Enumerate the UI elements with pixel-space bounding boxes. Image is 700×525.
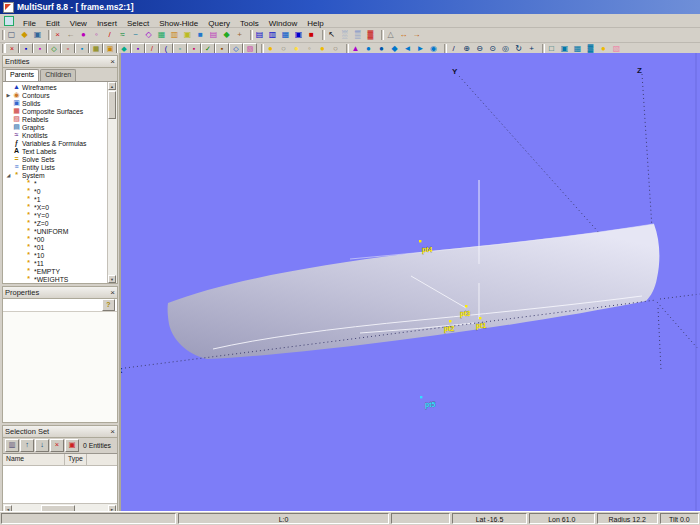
document-window-icon[interactable] [4, 16, 14, 26]
create-snake-button[interactable]: ~ [129, 29, 142, 41]
new-window-button[interactable]: ▣ [292, 29, 305, 41]
tree-item--weights[interactable]: **WEIGHTS [17, 275, 108, 283]
column-header-type[interactable]: Type [65, 454, 87, 465]
properties-help-button[interactable]: ? [102, 299, 115, 311]
tree-item--z-0[interactable]: **Z=0 [17, 219, 108, 227]
scroll-down-icon[interactable]: ▼ [108, 275, 116, 283]
column-settings-button[interactable]: ▥ [5, 439, 19, 452]
create-line-button[interactable]: / [103, 29, 116, 41]
menu-edit[interactable]: Edit [41, 19, 65, 28]
tree-item-wireframes[interactable]: ▲Wireframes [5, 83, 108, 91]
tile-horizontal-button[interactable]: ▤ [253, 29, 266, 41]
tile-vertical-button[interactable]: ▥ [266, 29, 279, 41]
tree-item--x-0[interactable]: **X=0 [17, 203, 108, 211]
point-marker-pt3[interactable] [465, 305, 467, 307]
deselect-all-button[interactable]: ▓ [364, 29, 377, 41]
menu-window[interactable]: Window [264, 19, 302, 28]
properties-content [3, 312, 117, 422]
tree-scrollbar[interactable]: ▲ ▼ [107, 82, 117, 283]
new-file-button[interactable]: ▢ [5, 29, 18, 41]
mirror-entity-button[interactable]: ▤ [207, 29, 220, 41]
tree-item--y-0[interactable]: **Y=0 [17, 211, 108, 219]
close-window-button[interactable]: ■ [305, 29, 318, 41]
clear-selection-button[interactable]: ▣ [65, 439, 79, 452]
scroll-up-icon[interactable]: ▲ [108, 82, 116, 90]
create-patch-button[interactable]: ▥ [168, 29, 181, 41]
tree-item--uniform[interactable]: **UNIFORM [17, 227, 108, 235]
point-marker-pt1[interactable] [479, 317, 481, 319]
tree-item--00[interactable]: **00 [17, 235, 108, 243]
nudge-button[interactable]: △ [384, 29, 397, 41]
point-marker-pt4[interactable] [419, 240, 421, 242]
delete-entity-button[interactable]: × [51, 29, 64, 41]
expander-icon[interactable]: ◢ [5, 172, 12, 178]
undo-button[interactable]: ← [64, 29, 77, 41]
move-down-button[interactable]: ↓ [35, 439, 49, 452]
select-arrow-button[interactable]: ↖ [325, 29, 338, 41]
menu-view[interactable]: View [65, 19, 92, 28]
create-surface-button[interactable]: ▦ [155, 29, 168, 41]
close-icon[interactable]: × [110, 58, 115, 66]
tree-item--0[interactable]: **0 [17, 187, 108, 195]
menu-select[interactable]: Select [122, 19, 154, 28]
toolbar-group: ↖░▒▓ [321, 29, 377, 41]
tree-item-text-labels[interactable]: AText Labels [5, 147, 108, 155]
tree-item--10[interactable]: **10 [17, 251, 108, 259]
y-axis-line [459, 76, 601, 235]
select-region-icon: ░ [342, 30, 348, 39]
create-bead-icon: ◦ [95, 30, 98, 39]
viewport-3d[interactable]: XYZ pt1pt2pt3pt4pt5 [121, 53, 700, 511]
expander-icon[interactable]: ▶ [5, 92, 12, 98]
move-down-icon: ↓ [40, 440, 44, 449]
entity-type-icon: * [24, 211, 33, 219]
tab-parents[interactable]: Parents [5, 69, 39, 81]
tree-item-composite-surfaces[interactable]: ▦Composite Surfaces [5, 107, 108, 115]
create-solid-button[interactable]: ■ [194, 29, 207, 41]
add-label-button[interactable]: + [233, 29, 246, 41]
selection-list[interactable] [3, 466, 117, 503]
column-header-name[interactable]: Name [3, 454, 65, 465]
hull-surface[interactable] [168, 224, 660, 359]
tree-item--01[interactable]: **01 [17, 243, 108, 251]
close-icon[interactable]: × [110, 289, 115, 297]
tab-children[interactable]: Children [40, 69, 76, 81]
insert-entity-button[interactable]: ◆ [220, 29, 233, 41]
cascade-windows-button[interactable]: ▦ [279, 29, 292, 41]
tree-item-knotlists[interactable]: ≈Knotlists [5, 131, 108, 139]
tree-item-variables-formulas[interactable]: ƒVariables & Formulas [5, 139, 108, 147]
open-file-button[interactable]: ◆ [18, 29, 31, 41]
close-icon[interactable]: × [110, 428, 115, 436]
tree-item-entity-lists[interactable]: ≡Entity Lists [5, 163, 108, 171]
create-frame-button[interactable]: ▣ [181, 29, 194, 41]
menu-tools[interactable]: Tools [235, 19, 264, 28]
tree-item--11[interactable]: **11 [17, 259, 108, 267]
menu-query[interactable]: Query [203, 19, 235, 28]
create-bead-button[interactable]: ◦ [90, 29, 103, 41]
create-point-button[interactable]: ● [77, 29, 90, 41]
save-file-button[interactable]: ▣ [31, 29, 44, 41]
point-marker-pt2[interactable] [449, 320, 451, 322]
menu-show-hide[interactable]: Show-Hide [154, 19, 203, 28]
menu-file[interactable]: File [18, 19, 41, 28]
tree-item-relabels[interactable]: ▧Relabels [5, 115, 108, 123]
tree-item--empty[interactable]: **EMPTY [17, 267, 108, 275]
select-region-button[interactable]: ░ [338, 29, 351, 41]
translate-button[interactable]: ↔ [397, 29, 410, 41]
tree-item-graphs[interactable]: ▤Graphs [5, 123, 108, 131]
tree-item-solids[interactable]: ▣Solids [5, 99, 108, 107]
tree-item-solve-sets[interactable]: =Solve Sets [5, 155, 108, 163]
create-curve-button[interactable]: ≈ [116, 29, 129, 41]
create-magnet-button[interactable]: ◇ [142, 29, 155, 41]
menu-help[interactable]: Help [302, 19, 328, 28]
point-marker-pt5[interactable] [420, 396, 422, 398]
tree-item--1[interactable]: **1 [17, 195, 108, 203]
select-all-button[interactable]: ▒ [351, 29, 364, 41]
extend-button[interactable]: → [410, 29, 423, 41]
tree-item-contours[interactable]: ▶◉Contours [5, 91, 108, 99]
remove-entity-button[interactable]: × [50, 439, 64, 452]
tree-item--[interactable]: ** [17, 179, 108, 187]
menu-insert[interactable]: Insert [92, 19, 122, 28]
tree-item-system[interactable]: ◢*System [5, 171, 108, 179]
move-up-button[interactable]: ↑ [20, 439, 34, 452]
scroll-thumb[interactable] [108, 91, 116, 119]
